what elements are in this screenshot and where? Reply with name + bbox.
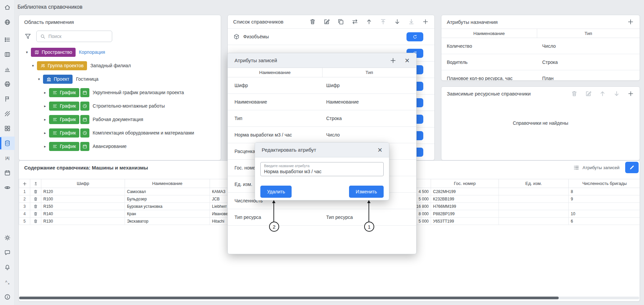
chevron-right-icon[interactable]: ▸ bbox=[42, 117, 48, 122]
sidebar-item-info[interactable] bbox=[0, 290, 15, 304]
delete-row-button[interactable] bbox=[30, 188, 41, 195]
tree-item-label[interactable]: Гостиница bbox=[76, 76, 98, 82]
edit-button[interactable] bbox=[585, 90, 592, 97]
app: { "app": { "title": "Библиотека справочн… bbox=[0, 0, 644, 305]
delete-row-button[interactable] bbox=[30, 203, 41, 210]
attribute-row[interactable]: НаименованиеНаименование bbox=[228, 93, 416, 110]
sidebar-item-slope[interactable] bbox=[0, 107, 15, 120]
close-icon[interactable]: × bbox=[378, 146, 382, 154]
tree-item-label[interactable]: Комплектация оборудованием и материалами bbox=[93, 130, 194, 136]
sidebar-item-text-a[interactable] bbox=[0, 151, 15, 165]
chevron-right-icon[interactable]: ▸ bbox=[42, 104, 48, 108]
delete-row-button[interactable] bbox=[30, 195, 41, 203]
horizontal-scrollbar-track[interactable] bbox=[19, 297, 639, 299]
arrow-down-button[interactable] bbox=[394, 18, 401, 25]
trash-icon bbox=[33, 197, 38, 201]
tree-item[interactable]: ▾ Пространство Корпорация bbox=[19, 45, 221, 59]
chevron-right-icon[interactable]: ▸ bbox=[42, 144, 48, 149]
arrow-down-bar-button[interactable] bbox=[408, 18, 415, 25]
sidebar-item-calendar[interactable] bbox=[0, 166, 15, 180]
tree-item[interactable]: ▸ График Комплектация оборудованием и ма… bbox=[19, 126, 221, 140]
chevron-down-icon[interactable]: ▾ bbox=[24, 50, 30, 54]
plus-icon bbox=[627, 90, 634, 97]
home-icon bbox=[4, 4, 11, 11]
tree-item-label[interactable]: Укрупненный график реализации проекта bbox=[93, 90, 184, 95]
refresh-button[interactable] bbox=[406, 32, 423, 41]
sidebar-item-translate[interactable] bbox=[0, 275, 15, 289]
attribute-name-field[interactable]: Введите название атрибута bbox=[260, 162, 384, 176]
sidebar-item-legend[interactable] bbox=[0, 33, 15, 46]
content-panel-title: Содержание справочника: Машины и механиз… bbox=[24, 165, 148, 170]
edit-attributes-button[interactable] bbox=[625, 162, 639, 173]
delete-row-button[interactable] bbox=[30, 210, 41, 218]
add-attribute-button[interactable] bbox=[627, 18, 634, 26]
delete-row-button[interactable] bbox=[30, 218, 41, 225]
attribute-row[interactable]: ШифрШифр bbox=[228, 77, 416, 93]
clock-badge bbox=[80, 128, 89, 138]
chevron-right-icon[interactable]: ▸ bbox=[42, 131, 48, 135]
attribute-row[interactable]: ВодительСтрока bbox=[441, 54, 640, 70]
plus-button[interactable] bbox=[627, 90, 634, 97]
printer-icon bbox=[4, 81, 11, 87]
tree-item-label[interactable]: Корпорация bbox=[79, 49, 105, 55]
tree-item[interactable]: ▾ Группа проектов Западный филиал bbox=[19, 59, 221, 72]
attribute-row[interactable]: КоличествоЧисло bbox=[441, 38, 640, 54]
attribute-row[interactable]: Плановое кол-во ресурса, часПлан bbox=[441, 70, 640, 81]
plus-minus-button[interactable] bbox=[30, 179, 41, 188]
sidebar-item-sun[interactable] bbox=[0, 231, 15, 244]
attribute-row[interactable]: ТипСтрока bbox=[228, 110, 416, 126]
add-record-attribute-button[interactable] bbox=[389, 57, 397, 64]
chevron-down-icon[interactable]: ▾ bbox=[36, 77, 42, 81]
trash-button[interactable] bbox=[571, 90, 578, 97]
tree-item-label[interactable]: Строительно-монтажные работы bbox=[93, 103, 165, 109]
swap-button[interactable] bbox=[351, 18, 358, 25]
copy-button[interactable] bbox=[337, 18, 344, 25]
chevron-right-icon[interactable]: ▸ bbox=[42, 90, 48, 95]
trash-icon bbox=[33, 204, 38, 209]
add-row-button[interactable] bbox=[19, 179, 30, 188]
sidebar-item-printer[interactable] bbox=[0, 77, 15, 91]
sidebar-item-chat[interactable] bbox=[0, 246, 15, 259]
attribute-row[interactable]: Норма выработки м3 / часЧисло bbox=[228, 126, 416, 143]
sidebar-item-home[interactable] bbox=[0, 1, 15, 14]
sidebar-item-grid[interactable] bbox=[0, 122, 15, 135]
chevron-down-icon[interactable]: ▾ bbox=[30, 64, 36, 68]
change-button[interactable]: Изменить bbox=[349, 186, 384, 198]
plus-button[interactable] bbox=[422, 18, 429, 25]
trash-button[interactable] bbox=[309, 18, 316, 25]
attribute-row[interactable]: Тип ресурсаТип ресурса bbox=[228, 209, 416, 225]
sidebar-item-database[interactable] bbox=[0, 137, 15, 150]
arrow-down-button[interactable] bbox=[613, 90, 620, 97]
tree-item-label[interactable]: Рабочая документация bbox=[93, 117, 143, 122]
horizontal-scrollbar-thumb[interactable] bbox=[19, 297, 559, 299]
tree-item-label[interactable]: Западный филиал bbox=[90, 63, 131, 68]
search-input[interactable]: Поиск bbox=[36, 31, 112, 42]
type-badge: Группа проектов bbox=[37, 61, 87, 70]
cell: R140 bbox=[41, 210, 125, 218]
tree-item-label[interactable]: Авансирование bbox=[93, 144, 127, 149]
arrow-up-button[interactable] bbox=[599, 90, 606, 97]
sidebar-item-eye[interactable] bbox=[0, 181, 15, 194]
dep-panel-title: Зависимые ресурсные справочники bbox=[447, 91, 531, 97]
arrow-up-bar-button[interactable] bbox=[380, 18, 387, 25]
close-icon[interactable]: × bbox=[405, 56, 410, 65]
sidebar-item-board[interactable] bbox=[0, 48, 15, 61]
tree-item[interactable]: ▾ Проект Гостиница bbox=[19, 72, 221, 86]
sidebar-item-bars[interactable] bbox=[0, 63, 15, 76]
sidebar-item-globe[interactable] bbox=[0, 15, 15, 29]
funnel-icon[interactable] bbox=[24, 33, 32, 40]
tree-item[interactable]: ▸ График Строительно-монтажные работы bbox=[19, 99, 221, 113]
dictionary-row[interactable]: Физобъёмы bbox=[228, 29, 434, 45]
tree-item[interactable]: ▸ График Рабочая документация bbox=[19, 113, 221, 126]
sidebar-item-flag[interactable] bbox=[0, 92, 15, 106]
record-attributes-link[interactable]: Атрибуты записей bbox=[573, 164, 619, 171]
arrow-down-icon bbox=[613, 90, 620, 97]
edit-button[interactable] bbox=[323, 18, 330, 25]
attribute-name-input[interactable] bbox=[264, 169, 380, 174]
sidebar-item-bell[interactable] bbox=[0, 261, 15, 274]
trash-icon bbox=[33, 212, 38, 216]
arrow-up-button[interactable] bbox=[366, 18, 373, 25]
tree-item[interactable]: ▸ График Укрупненный график реализации п… bbox=[19, 86, 221, 99]
delete-button[interactable]: Удалить bbox=[260, 186, 292, 198]
tree-item[interactable]: ▸ График Авансирование bbox=[19, 140, 221, 153]
